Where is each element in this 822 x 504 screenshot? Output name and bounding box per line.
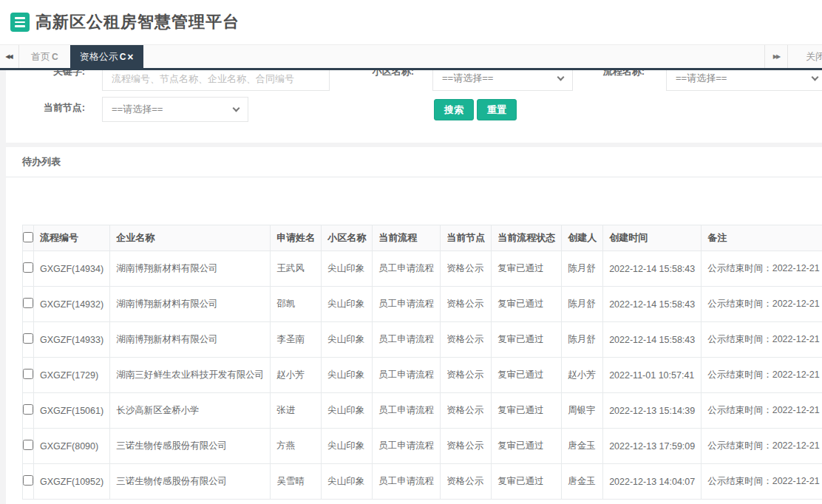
table-cell: 尖山印象 (322, 393, 373, 429)
table-cell: 2022-12-13 14:04:07 (603, 464, 702, 500)
row-checkbox[interactable] (23, 404, 33, 415)
table-cell: 2022-12-14 15:58:43 (603, 251, 702, 287)
tab-bar: ◀◀ 首页 C 资格公示 C × ▶▶ 关闭 (0, 44, 822, 70)
tab-active-label: 资格公示 (80, 50, 118, 64)
select-all-checkbox[interactable] (23, 232, 33, 242)
table-cell: 员工申请流程 (373, 429, 441, 464)
table-cell: 员工申请流程 (373, 358, 441, 393)
close-tabs-menu[interactable]: 关闭 (788, 45, 822, 68)
table-cell: 周银宇 (562, 393, 603, 429)
menu-icon[interactable] (10, 13, 30, 32)
column-header: 当前节点 (441, 225, 492, 251)
table-cell: 赵小芳 (562, 358, 603, 393)
column-header: 创建人 (562, 225, 603, 251)
table-cell: 2022-11-01 10:57:41 (603, 358, 702, 393)
select-all-cell (23, 225, 34, 251)
table-row: GXGZF(14933)湖南博翔新材料有限公司李圣南尖山印象员工申请流程资格公示… (23, 322, 822, 358)
column-header: 申请姓名 (271, 225, 322, 251)
table-row: GXGZF(8090)三诺生物传感股份有限公司方燕尖山印象员工申请流程资格公示复… (23, 429, 822, 464)
table-cell: 唐金玉 (562, 464, 603, 500)
todo-table: 流程编号企业名称申请姓名小区名称当前流程当前节点当前流程状态创建人创建时间备注 … (22, 225, 822, 500)
tab-qualification-publicity[interactable]: 资格公示 C × (70, 45, 143, 68)
table-cell: 资格公示 (441, 464, 492, 500)
panel-title: 待办列表 (22, 155, 61, 168)
search-button[interactable]: 搜索 (434, 99, 474, 120)
table-cell: GXGZF(8090) (34, 429, 110, 464)
row-checkbox[interactable] (23, 262, 33, 273)
todo-table-body: GXGZF(14934)湖南博翔新材料有限公司王武风尖山印象员工申请流程资格公示… (23, 251, 822, 500)
row-checkbox[interactable] (23, 475, 33, 486)
row-checkbox-cell (23, 287, 34, 322)
table-cell: GXGZF(10952) (34, 464, 110, 500)
column-header: 当前流程状态 (492, 225, 562, 251)
column-header: 小区名称 (322, 225, 373, 251)
process-select-value: ==请选择== (676, 72, 727, 84)
table-cell: 复审已通过 (492, 429, 562, 464)
row-checkbox-cell (23, 464, 34, 500)
close-icon[interactable]: × (127, 51, 133, 63)
tab-home[interactable]: 首页 C (19, 45, 70, 68)
table-cell: 公示结束时间：2022-12-21 13:38:33 (702, 393, 822, 429)
table-cell: 尖山印象 (322, 251, 373, 287)
table-cell: GXGZF(14932) (34, 287, 110, 322)
table-cell: 资格公示 (441, 287, 492, 322)
row-checkbox[interactable] (23, 440, 33, 450)
chevron-down-icon (557, 74, 565, 81)
table-cell: 资格公示 (441, 251, 492, 287)
table-cell: 资格公示 (441, 429, 492, 464)
todo-list-panel: 待办列表 流程编号企业名称申请姓名小区名称当前流程当前节点当前流程状态创建人创建… (6, 147, 822, 504)
tab-bar-right: ▶▶ 关闭 (764, 45, 822, 68)
refresh-icon[interactable]: C (52, 52, 58, 62)
table-cell: 员工申请流程 (373, 393, 441, 429)
table-cell: 尖山印象 (322, 322, 373, 358)
table-row: GXGZF(14932)湖南博翔新材料有限公司邵凯尖山印象员工申请流程资格公示复… (23, 287, 822, 322)
row-checkbox-cell (23, 322, 34, 358)
table-cell: 复审已通过 (492, 251, 562, 287)
community-select-value: ==请选择== (442, 72, 493, 84)
table-cell: GXGZF(15061) (34, 393, 110, 429)
column-header: 企业名称 (110, 225, 271, 251)
table-cell: 公示结束时间：2022-12-21 16:07:11 (702, 287, 822, 322)
table-cell: 复审已通过 (492, 464, 562, 500)
table-header-row: 流程编号企业名称申请姓名小区名称当前流程当前节点当前流程状态创建人创建时间备注 (23, 225, 822, 251)
table-cell: 员工申请流程 (373, 464, 441, 500)
column-header: 创建时间 (603, 225, 702, 251)
table-cell: 尖山印象 (322, 464, 373, 500)
page-title: 高新区公租房智慧管理平台 (35, 11, 240, 33)
table-cell: 邵凯 (271, 287, 322, 322)
row-checkbox[interactable] (23, 369, 33, 379)
table-cell: 长沙高新区金桥小学 (110, 393, 271, 429)
node-select-value: ==请选择== (112, 103, 163, 115)
panel-header: 待办列表 (6, 147, 822, 177)
row-checkbox-cell (23, 393, 34, 429)
column-header: 当前流程 (373, 225, 441, 251)
table-cell: 公示结束时间：2022-12-21 09:50:37 (702, 464, 822, 500)
column-header: 备注 (702, 225, 822, 251)
reset-button[interactable]: 重置 (477, 99, 517, 120)
row-checkbox[interactable] (23, 298, 33, 308)
table-cell: 湖南三好鲜生农业科技开发有限公司 (110, 358, 271, 393)
table-cell: 2022-12-14 15:58:43 (603, 287, 702, 322)
table-cell: GXGZF(14933) (34, 322, 110, 358)
table-cell: 资格公示 (441, 322, 492, 358)
table-cell: 陈月舒 (562, 322, 603, 358)
table-cell: 资格公示 (441, 358, 492, 393)
table-cell: 方燕 (271, 429, 322, 464)
table-cell: 赵小芳 (271, 358, 322, 393)
table-cell: 李圣南 (271, 322, 322, 358)
tabs-scroll-right-icon[interactable]: ▶▶ (764, 45, 788, 68)
table-cell: 员工申请流程 (373, 287, 441, 322)
node-select[interactable]: ==请选择== (102, 97, 248, 122)
table-row: GXGZF(14934)湖南博翔新材料有限公司王武风尖山印象员工申请流程资格公示… (23, 251, 822, 287)
table-cell: 复审已通过 (492, 358, 562, 393)
table-cell: GXGZF(1729) (34, 358, 110, 393)
tab-home-label: 首页 (31, 50, 50, 64)
row-checkbox[interactable] (23, 333, 33, 344)
table-cell: 复审已通过 (492, 393, 562, 429)
table-cell: 2022-12-14 15:58:43 (603, 322, 702, 358)
table-cell: 尖山印象 (322, 287, 373, 322)
table-cell: 三诺生物传感股份有限公司 (110, 464, 271, 500)
refresh-icon[interactable]: C (120, 52, 126, 62)
tabs-scroll-left-icon[interactable]: ◀◀ (0, 45, 19, 68)
table-cell: 陈月舒 (562, 287, 603, 322)
